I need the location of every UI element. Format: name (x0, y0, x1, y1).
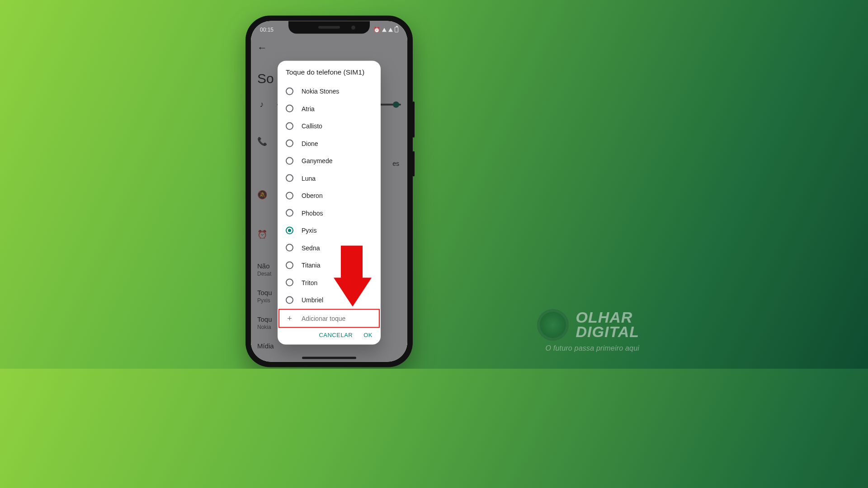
battery-icon (395, 27, 398, 33)
plus-icon: + (286, 314, 293, 322)
radio-icon (286, 140, 293, 147)
ringtone-label: Umbriel (302, 296, 323, 304)
ringtone-option[interactable]: Nokia Stones (278, 83, 381, 100)
ringtone-option[interactable]: Ganymede (278, 152, 381, 170)
dialog-title: Toque do telefone (SIM1) (278, 61, 381, 81)
phone-screen: 00:15 ⏰ ← So ♪ 📞 es (251, 21, 407, 362)
ringtone-option[interactable]: Atria (278, 100, 381, 117)
home-indicator[interactable] (302, 357, 356, 359)
ringtone-label: Phobos (302, 209, 323, 216)
ringtone-label: Nokia Stones (302, 88, 339, 95)
radio-icon (286, 105, 293, 113)
radio-icon (286, 279, 293, 286)
ringtone-option[interactable]: Oberon (278, 187, 381, 205)
radio-icon (286, 87, 293, 95)
radio-icon (286, 122, 293, 130)
status-time: 00:15 (260, 27, 274, 33)
radio-icon (286, 296, 293, 304)
radio-selected-icon (286, 226, 293, 234)
watermark-line2: DIGITAL (576, 325, 639, 339)
radio-icon (286, 192, 293, 199)
tutorial-arrow-icon (334, 246, 370, 311)
ringtone-label: Pyxis (302, 227, 316, 234)
radio-icon (286, 209, 293, 217)
ringtone-label: Luna (302, 174, 316, 182)
ringtone-option[interactable]: Phobos (278, 204, 381, 222)
ringtone-option[interactable]: Pyxis (278, 222, 381, 239)
ringtone-option[interactable]: Dione (278, 135, 381, 152)
watermark-logo-icon (537, 309, 569, 341)
phone-notch (288, 21, 370, 34)
ringtone-label: Oberon (302, 192, 323, 199)
radio-icon (286, 261, 293, 269)
ok-button[interactable]: OK (363, 331, 373, 338)
phone-frame: 00:15 ⏰ ← So ♪ 📞 es (245, 16, 413, 367)
radio-icon (286, 174, 293, 182)
status-icons: ⏰ (373, 27, 398, 33)
radio-icon (286, 244, 293, 252)
add-ringtone-button[interactable]: + Adicionar toque (278, 310, 381, 327)
ringtone-label: Triton (302, 279, 317, 286)
ringtone-option[interactable]: Luna (278, 169, 381, 187)
ringtone-label: Ganymede (302, 157, 332, 164)
ringtone-option[interactable]: Callisto (278, 117, 381, 135)
alarm-off-icon: ⏰ (373, 27, 380, 33)
brand-watermark: OLHAR DIGITAL O futuro passa primeiro aq… (537, 309, 639, 352)
cancel-button[interactable]: CANCELAR (319, 331, 353, 338)
wifi-icon (382, 28, 387, 32)
ringtone-label: Callisto (302, 122, 322, 130)
radio-icon (286, 157, 293, 164)
add-ringtone-label: Adicionar toque (302, 314, 345, 322)
ringtone-label: Dione (302, 140, 318, 147)
signal-icon (388, 28, 393, 32)
ringtone-label: Titania (302, 262, 321, 269)
watermark-tagline: O futuro passa primeiro aqui (546, 344, 639, 352)
ringtone-label: Sedna (302, 244, 320, 251)
ringtone-label: Atria (302, 105, 315, 112)
